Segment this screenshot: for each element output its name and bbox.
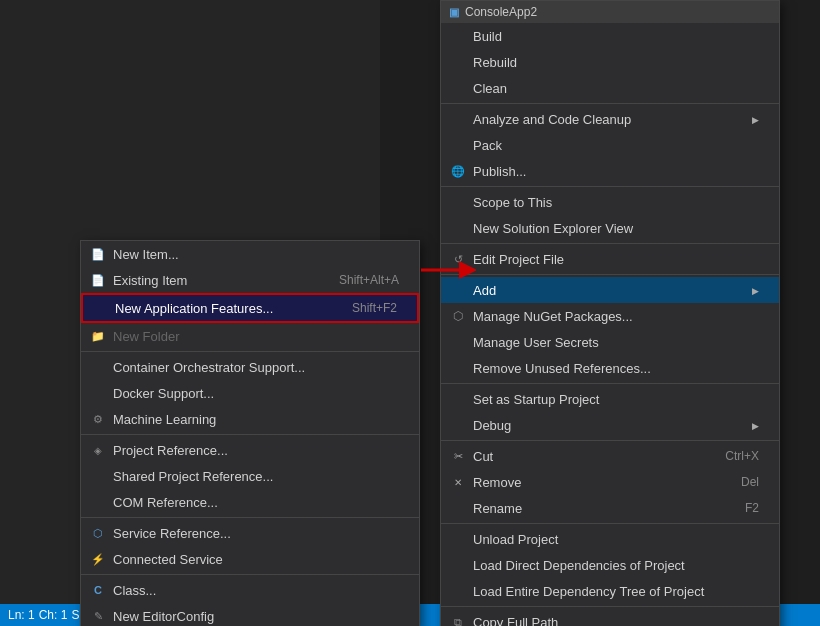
menu-header: ▣ ConsoleApp2 <box>441 1 779 23</box>
load-entire-item[interactable]: Load Entire Dependency Tree of Project <box>441 578 779 604</box>
publish-icon <box>449 162 467 180</box>
add-item[interactable]: Add <box>441 277 779 303</box>
left-sep1 <box>81 351 419 352</box>
class-icon <box>89 581 107 599</box>
left-sep2 <box>81 434 419 435</box>
debug-arrow <box>752 420 759 431</box>
app-title: ConsoleApp2 <box>465 5 537 19</box>
load-entire-icon <box>449 582 467 600</box>
user-secrets-item[interactable]: Manage User Secrets <box>441 329 779 355</box>
sep5 <box>441 383 779 384</box>
service-ref-icon <box>89 524 107 542</box>
load-direct-item[interactable]: Load Direct Dependencies of Project <box>441 552 779 578</box>
pack-item[interactable]: Pack <box>441 132 779 158</box>
nuget-icon <box>449 307 467 325</box>
new-item-icon <box>89 245 107 263</box>
new-folder-icon <box>89 327 107 345</box>
proj-ref-item[interactable]: Project Reference... <box>81 437 419 463</box>
left-sep4 <box>81 574 419 575</box>
connected-service-item[interactable]: Connected Service <box>81 546 419 572</box>
rebuild-icon <box>449 53 467 71</box>
build-icon <box>449 27 467 45</box>
remove-icon <box>449 473 467 491</box>
add-arrow <box>752 285 759 296</box>
machine-learning-item[interactable]: Machine Learning <box>81 406 419 432</box>
docker-icon <box>89 384 107 402</box>
copy-path-item[interactable]: Copy Full Path <box>441 609 779 626</box>
edit-proj-item[interactable]: Edit Project File <box>441 246 779 272</box>
right-context-menu: ▣ ConsoleApp2 Build Rebuild Clean Analyz… <box>440 0 780 626</box>
analyze-icon <box>449 110 467 128</box>
copy-path-icon <box>449 613 467 626</box>
startup-icon <box>449 390 467 408</box>
editorconfig-icon <box>89 607 107 625</box>
service-ref-item[interactable]: Service Reference... <box>81 520 419 546</box>
new-app-features-item[interactable]: New Application Features... Shift+F2 <box>81 293 419 323</box>
new-folder-item[interactable]: New Folder <box>81 323 419 349</box>
user-secrets-icon <box>449 333 467 351</box>
sep3 <box>441 243 779 244</box>
existing-item-icon <box>89 271 107 289</box>
unused-refs-item[interactable]: Remove Unused References... <box>441 355 779 381</box>
load-direct-icon <box>449 556 467 574</box>
app-icon: ▣ <box>449 6 459 19</box>
publish-item[interactable]: Publish... <box>441 158 779 184</box>
unload-icon <box>449 530 467 548</box>
analyze-arrow <box>752 114 759 125</box>
remove-item[interactable]: Remove Del <box>441 469 779 495</box>
sep8 <box>441 606 779 607</box>
sep2 <box>441 186 779 187</box>
sep4 <box>441 274 779 275</box>
startup-item[interactable]: Set as Startup Project <box>441 386 779 412</box>
status-ln: Ln: 1 <box>8 608 35 622</box>
clean-item[interactable]: Clean <box>441 75 779 101</box>
pack-icon <box>449 136 467 154</box>
analyze-item[interactable]: Analyze and Code Cleanup <box>441 106 779 132</box>
sep6 <box>441 440 779 441</box>
docker-item[interactable]: Docker Support... <box>81 380 419 406</box>
sep1 <box>441 103 779 104</box>
red-arrow-annotation <box>416 252 476 287</box>
left-context-menu: New Item... Existing Item Shift+Alt+A Ne… <box>80 240 420 626</box>
scope-icon <box>449 193 467 211</box>
unused-refs-icon <box>449 359 467 377</box>
unload-item[interactable]: Unload Project <box>441 526 779 552</box>
shared-proj-ref-item[interactable]: Shared Project Reference... <box>81 463 419 489</box>
sep7 <box>441 523 779 524</box>
new-editorconfig-item[interactable]: New EditorConfig <box>81 603 419 626</box>
scope-item[interactable]: Scope to This <box>441 189 779 215</box>
left-sep3 <box>81 517 419 518</box>
debug-item[interactable]: Debug <box>441 412 779 438</box>
container-orch-item[interactable]: Container Orchestrator Support... <box>81 354 419 380</box>
build-item[interactable]: Build <box>441 23 779 49</box>
new-item-item[interactable]: New Item... <box>81 241 419 267</box>
class-item[interactable]: Class... <box>81 577 419 603</box>
solution-explorer-area <box>0 0 380 230</box>
rename-item[interactable]: Rename F2 <box>441 495 779 521</box>
proj-ref-icon <box>89 441 107 459</box>
com-ref-item[interactable]: COM Reference... <box>81 489 419 515</box>
new-app-features-icon <box>91 299 109 317</box>
cut-icon <box>449 447 467 465</box>
container-orch-icon <box>89 358 107 376</box>
com-ref-icon <box>89 493 107 511</box>
connected-service-icon <box>89 550 107 568</box>
clean-icon <box>449 79 467 97</box>
shared-proj-icon <box>89 467 107 485</box>
new-sol-view-item[interactable]: New Solution Explorer View <box>441 215 779 241</box>
status-ch: Ch: 1 <box>39 608 68 622</box>
cut-item[interactable]: Cut Ctrl+X <box>441 443 779 469</box>
new-sol-icon <box>449 219 467 237</box>
ml-icon <box>89 410 107 428</box>
existing-item-item[interactable]: Existing Item Shift+Alt+A <box>81 267 419 293</box>
nuget-item[interactable]: Manage NuGet Packages... <box>441 303 779 329</box>
rebuild-item[interactable]: Rebuild <box>441 49 779 75</box>
rename-icon <box>449 499 467 517</box>
debug-icon <box>449 416 467 434</box>
